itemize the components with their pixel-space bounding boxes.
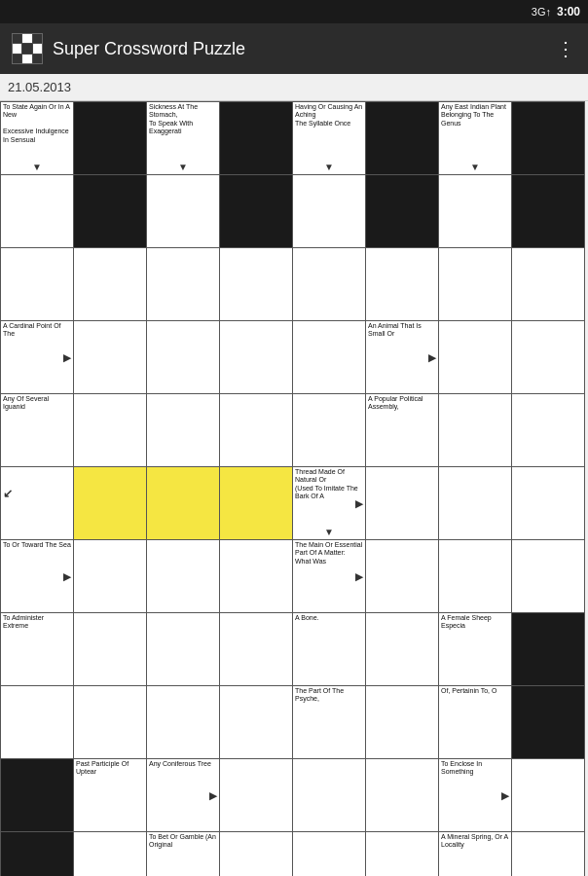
cell-3-7[interactable] bbox=[512, 321, 585, 394]
cell-5-3[interactable] bbox=[220, 467, 293, 540]
cell-2-1[interactable] bbox=[74, 248, 147, 321]
cell-2-2[interactable] bbox=[147, 248, 220, 321]
cell-9-4[interactable] bbox=[293, 759, 366, 832]
cell-4-2[interactable] bbox=[147, 394, 220, 467]
cell-5-6[interactable] bbox=[439, 467, 512, 540]
arrow-right-3-5: ▶ bbox=[428, 352, 436, 363]
cell-8-1[interactable] bbox=[74, 686, 147, 759]
cell-7-4[interactable]: A Bone. bbox=[293, 613, 366, 686]
cell-4-7[interactable] bbox=[512, 394, 585, 467]
cell-1-3 bbox=[220, 175, 293, 248]
cell-10-2[interactable]: To Bet Or Gamble (An Original bbox=[147, 832, 220, 876]
status-bar: 3G↑ 3:00 bbox=[0, 0, 588, 23]
cell-0-2[interactable]: Sickness At The Stomach,To Speak With Ex… bbox=[147, 102, 220, 175]
cell-9-2[interactable]: Any Coniferous Tree ▶ bbox=[147, 759, 220, 832]
cell-1-6[interactable] bbox=[439, 175, 512, 248]
cell-4-3[interactable] bbox=[220, 394, 293, 467]
cell-1-7 bbox=[512, 175, 585, 248]
cell-9-5[interactable] bbox=[366, 759, 439, 832]
cell-8-2[interactable] bbox=[147, 686, 220, 759]
cell-2-6[interactable] bbox=[439, 248, 512, 321]
cell-7-5[interactable] bbox=[366, 613, 439, 686]
date-bar: 21.05.2013 bbox=[0, 74, 588, 101]
app-title: Super Crossword Puzzle bbox=[53, 39, 546, 59]
arrow-right-5-4: ▶ bbox=[355, 498, 363, 509]
cell-5-0[interactable]: ↙ bbox=[1, 467, 74, 540]
cell-7-1[interactable] bbox=[74, 613, 147, 686]
crossword-grid-area[interactable]: To State Again Or In A NewExcessive Indu… bbox=[0, 101, 588, 876]
cell-9-7[interactable] bbox=[512, 759, 585, 832]
cell-8-6[interactable]: Of, Pertainin To, O bbox=[439, 686, 512, 759]
cell-7-0[interactable]: To Administer Extreme bbox=[1, 613, 74, 686]
cell-10-3[interactable] bbox=[220, 832, 293, 876]
cell-5-1[interactable] bbox=[74, 467, 147, 540]
cell-1-1 bbox=[74, 175, 147, 248]
arrow-right-3-0: ▶ bbox=[63, 352, 71, 363]
cell-8-3[interactable] bbox=[220, 686, 293, 759]
cell-0-5 bbox=[366, 102, 439, 175]
cell-9-0 bbox=[1, 759, 74, 832]
cell-3-1[interactable] bbox=[74, 321, 147, 394]
cell-4-5[interactable]: A Popular Political Assembly, bbox=[366, 394, 439, 467]
cell-1-2[interactable] bbox=[147, 175, 220, 248]
arrow-down-0-0: ▼ bbox=[32, 162, 42, 172]
crossword-grid[interactable]: To State Again Or In A NewExcessive Indu… bbox=[0, 101, 585, 876]
cell-5-7[interactable] bbox=[512, 467, 585, 540]
cell-0-0[interactable]: To State Again Or In A NewExcessive Indu… bbox=[1, 102, 74, 175]
cell-8-4[interactable]: The Part Of The Psyche, bbox=[293, 686, 366, 759]
cell-7-6[interactable]: A Female Sheep Especia bbox=[439, 613, 512, 686]
cell-3-5[interactable]: An Animal That Is Small Or ▶ bbox=[366, 321, 439, 394]
cell-2-7[interactable] bbox=[512, 248, 585, 321]
cell-4-4[interactable] bbox=[293, 394, 366, 467]
arrow-down-0-4: ▼ bbox=[324, 162, 334, 172]
cell-10-1[interactable] bbox=[74, 832, 147, 876]
cell-9-1[interactable]: Past Participle Of Uptear bbox=[74, 759, 147, 832]
cell-8-5[interactable] bbox=[366, 686, 439, 759]
arrow-down-0-6: ▼ bbox=[470, 162, 480, 172]
cell-4-1[interactable] bbox=[74, 394, 147, 467]
cell-10-7[interactable] bbox=[512, 832, 585, 876]
menu-button[interactable]: ⋮ bbox=[556, 37, 576, 60]
cell-6-7[interactable] bbox=[512, 540, 585, 613]
cell-10-5[interactable] bbox=[366, 832, 439, 876]
cell-6-0[interactable]: To Or Toward The Sea ▶ bbox=[1, 540, 74, 613]
cell-5-5[interactable] bbox=[366, 467, 439, 540]
cell-8-7 bbox=[512, 686, 585, 759]
cell-9-3[interactable] bbox=[220, 759, 293, 832]
cell-3-2[interactable] bbox=[147, 321, 220, 394]
cell-3-6[interactable] bbox=[439, 321, 512, 394]
cell-4-6[interactable] bbox=[439, 394, 512, 467]
cell-4-0[interactable]: Any Of Several Iguanid bbox=[1, 394, 74, 467]
cell-2-4[interactable] bbox=[293, 248, 366, 321]
cell-2-3[interactable] bbox=[220, 248, 293, 321]
cell-6-2[interactable] bbox=[147, 540, 220, 613]
cell-5-2[interactable] bbox=[147, 467, 220, 540]
cell-0-4[interactable]: Having Or Causing An AchingThe Syllable … bbox=[293, 102, 366, 175]
cell-7-2[interactable] bbox=[147, 613, 220, 686]
cell-6-5[interactable] bbox=[366, 540, 439, 613]
cell-10-0 bbox=[1, 832, 74, 876]
cell-2-5[interactable] bbox=[366, 248, 439, 321]
cell-6-4[interactable]: The Main Or Essential Part Of A Matter: … bbox=[293, 540, 366, 613]
app-icon bbox=[12, 33, 43, 64]
cell-10-4[interactable] bbox=[293, 832, 366, 876]
cell-6-3[interactable] bbox=[220, 540, 293, 613]
cell-1-0[interactable] bbox=[1, 175, 74, 248]
cell-6-1[interactable] bbox=[74, 540, 147, 613]
cell-10-6[interactable]: A Mineral Spring, Or A Locality bbox=[439, 832, 512, 876]
cell-3-3[interactable] bbox=[220, 321, 293, 394]
cell-3-4[interactable] bbox=[293, 321, 366, 394]
cell-8-0[interactable] bbox=[1, 686, 74, 759]
cell-7-3[interactable] bbox=[220, 613, 293, 686]
cell-3-0[interactable]: A Cardinal Point Of The ▶ bbox=[1, 321, 74, 394]
cell-1-4[interactable] bbox=[293, 175, 366, 248]
cell-5-4[interactable]: Thread Made Of Natural Or(Used To Imitat… bbox=[293, 467, 366, 540]
signal-icon: 3G↑ bbox=[532, 6, 551, 18]
cell-6-6[interactable] bbox=[439, 540, 512, 613]
time-display: 3:00 bbox=[557, 5, 580, 18]
cell-2-0[interactable] bbox=[1, 248, 74, 321]
arrow-right-6-0: ▶ bbox=[63, 571, 71, 582]
cell-0-6[interactable]: Any East Indian Plant Belonging To The G… bbox=[439, 102, 512, 175]
cell-9-6[interactable]: To Enclose In Something ▶ bbox=[439, 759, 512, 832]
cell-0-3 bbox=[220, 102, 293, 175]
